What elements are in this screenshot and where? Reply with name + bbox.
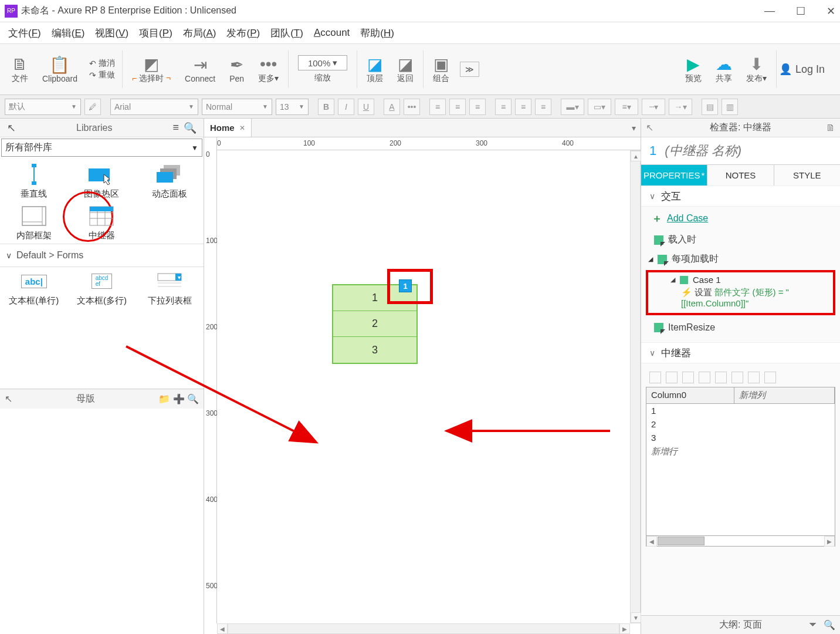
arrow-button[interactable]: →▾ bbox=[669, 99, 692, 115]
align-center-button[interactable]: ≡ bbox=[449, 99, 466, 115]
weight-select[interactable]: Normal▼ bbox=[202, 99, 272, 115]
table-tool-icon[interactable] bbox=[682, 372, 694, 383]
valign-top-button[interactable]: ≡ bbox=[495, 99, 512, 115]
line-weight-button[interactable]: ≡▾ bbox=[615, 99, 638, 115]
tab-properties[interactable]: PROPERTIES* bbox=[641, 165, 707, 186]
tool-group[interactable]: ▣ 组合 bbox=[426, 46, 456, 92]
menu-layout[interactable]: 布局(A) bbox=[179, 25, 220, 42]
widget-textfield[interactable]: abc| 文本框(单行) bbox=[5, 269, 63, 306]
menu-file[interactable]: 文件(F) bbox=[5, 25, 45, 42]
font-select[interactable]: Arial▼ bbox=[110, 99, 198, 115]
line-color-button[interactable]: ▭▾ bbox=[588, 99, 611, 115]
tab-close-icon[interactable]: ✕ bbox=[239, 124, 245, 132]
tool-share[interactable]: ☁ 共享 bbox=[709, 46, 739, 92]
tab-notes[interactable]: NOTES bbox=[707, 165, 774, 186]
table-row[interactable]: 3 bbox=[646, 431, 835, 444]
scroll-right-icon[interactable]: ▶ bbox=[619, 623, 630, 634]
inspector-name[interactable]: 1 (中继器 名称) bbox=[641, 137, 840, 164]
forms-section[interactable]: Default > Forms bbox=[0, 244, 204, 267]
tool-redo[interactable]: ↷重做 bbox=[89, 70, 115, 80]
repeater-data-table[interactable]: Column0 新增列 1 2 3 新增行 ◀ ▶ bbox=[646, 387, 835, 547]
section-interactions[interactable]: 交互 bbox=[641, 186, 840, 207]
tool-more[interactable]: ••• 更多▾ bbox=[251, 46, 286, 92]
filter-icon[interactable]: ⏷ bbox=[808, 619, 818, 630]
widget-textarea[interactable]: abcdef 文本框(多行) bbox=[72, 269, 131, 306]
tool-clipboard[interactable]: 📋 Clipboard bbox=[35, 46, 84, 92]
menu-edit[interactable]: 编辑(E) bbox=[48, 25, 89, 42]
add-master-icon[interactable]: ➕ bbox=[173, 393, 185, 404]
menu-view[interactable]: 视图(V) bbox=[92, 25, 132, 42]
zoom-select[interactable]: 100% ▾ bbox=[298, 55, 347, 70]
underline-button[interactable]: U bbox=[358, 99, 374, 115]
notes-icon[interactable]: 🗎 bbox=[826, 123, 835, 133]
text-color-button[interactable]: A bbox=[384, 99, 400, 115]
tab-style[interactable]: STYLE bbox=[774, 165, 840, 186]
menu-account[interactable]: Account bbox=[310, 25, 353, 41]
tool-back[interactable]: ◪ 返回 bbox=[390, 46, 421, 92]
search-icon[interactable]: 🔍 bbox=[187, 393, 199, 404]
login-button[interactable]: 👤 Log In bbox=[779, 63, 835, 76]
table-tool-icon[interactable] bbox=[748, 372, 760, 383]
align-left-button[interactable]: ≡ bbox=[429, 99, 446, 115]
column-header[interactable]: Column0 bbox=[646, 387, 734, 403]
undock-icon[interactable]: ↖ bbox=[646, 122, 653, 133]
page-tab-home[interactable]: Home ✕ bbox=[204, 119, 252, 137]
event-itemresize[interactable]: ItemResize bbox=[641, 319, 840, 336]
canvas[interactable]: 1 2 3 1 bbox=[217, 150, 630, 623]
table-tool-icon[interactable] bbox=[649, 372, 661, 383]
scroll-left-icon[interactable]: ◀ bbox=[646, 536, 657, 547]
menu-team[interactable]: 团队(T) bbox=[267, 25, 307, 42]
tool-preview[interactable]: ▶ 预览 bbox=[678, 46, 709, 92]
menu-project[interactable]: 项目(P) bbox=[136, 25, 176, 42]
distribute-button[interactable]: ▥ bbox=[722, 99, 738, 115]
align-right-button[interactable]: ≡ bbox=[469, 99, 486, 115]
horizontal-scrollbar[interactable] bbox=[228, 623, 619, 634]
scroll-right-icon[interactable]: ▶ bbox=[824, 536, 835, 547]
table-row[interactable]: 1 bbox=[646, 404, 835, 417]
repeater-row[interactable]: 2 bbox=[333, 311, 416, 337]
menu-help[interactable]: 帮助(H) bbox=[357, 25, 398, 42]
more-text-button[interactable]: ••• bbox=[404, 99, 420, 115]
close-icon[interactable]: ✕ bbox=[827, 5, 835, 18]
undock-icon[interactable]: ↖ bbox=[5, 122, 18, 134]
style-select[interactable]: 默认▼ bbox=[5, 99, 81, 115]
vertical-scrollbar[interactable]: ▲ ▼ bbox=[630, 150, 641, 623]
align-objects-button[interactable]: ▤ bbox=[702, 99, 718, 115]
tool-pen[interactable]: ✒ Pen bbox=[222, 46, 251, 92]
tab-list-button[interactable]: ▾ bbox=[627, 123, 641, 133]
repeater-row[interactable]: 3 bbox=[333, 337, 416, 363]
table-tool-icon[interactable] bbox=[699, 372, 710, 383]
widget-vline[interactable]: 垂直线 bbox=[5, 163, 63, 200]
new-row[interactable]: 新增行 bbox=[646, 444, 835, 459]
widget-dynamicpanel[interactable]: 动态面板 bbox=[140, 163, 199, 200]
menu-publish[interactable]: 发布(P) bbox=[223, 25, 263, 42]
table-tool-icon[interactable] bbox=[731, 372, 743, 383]
search-icon[interactable]: 🔍 bbox=[824, 619, 835, 630]
valign-bot-button[interactable]: ≡ bbox=[535, 99, 551, 115]
menu-icon[interactable]: ≡ bbox=[170, 122, 181, 134]
table-tool-icon[interactable] bbox=[666, 372, 678, 383]
table-tool-icon[interactable] bbox=[764, 372, 776, 383]
paint-format-icon[interactable]: 🖉 bbox=[84, 99, 101, 115]
italic-button[interactable]: I bbox=[338, 99, 354, 115]
fill-button[interactable]: ▬▾ bbox=[561, 99, 584, 115]
table-tool-icon[interactable] bbox=[715, 372, 727, 383]
event-onitemload[interactable]: ◢ 每项加载时 bbox=[641, 249, 840, 269]
tool-connect[interactable]: ⇥ Connect bbox=[178, 46, 222, 92]
table-row[interactable]: 2 bbox=[646, 417, 835, 431]
table-scroll-thumb[interactable] bbox=[658, 537, 704, 545]
tool-publish[interactable]: ⬇ 发布▾ bbox=[739, 46, 774, 92]
scroll-left-icon[interactable]: ◀ bbox=[217, 623, 228, 634]
library-selector[interactable]: 所有部件库▼ bbox=[1, 139, 202, 157]
maximize-icon[interactable]: ☐ bbox=[796, 5, 805, 18]
add-folder-icon[interactable]: 📁 bbox=[158, 393, 170, 404]
tool-zoom[interactable]: 100% ▾ 缩放 bbox=[291, 46, 354, 92]
tool-undo[interactable]: ↶撤消 bbox=[89, 58, 115, 69]
widget-dropdown[interactable]: ▾ 下拉列表框 bbox=[140, 269, 199, 306]
widget-hotspot[interactable]: 图像热区 bbox=[72, 163, 131, 200]
section-repeater[interactable]: 中继器 bbox=[641, 342, 840, 363]
search-icon[interactable]: 🔍 bbox=[181, 122, 199, 134]
undock-icon[interactable]: ↖ bbox=[5, 393, 12, 404]
minimize-icon[interactable]: — bbox=[764, 5, 775, 18]
widget-repeater[interactable]: 中继器 bbox=[72, 204, 131, 241]
